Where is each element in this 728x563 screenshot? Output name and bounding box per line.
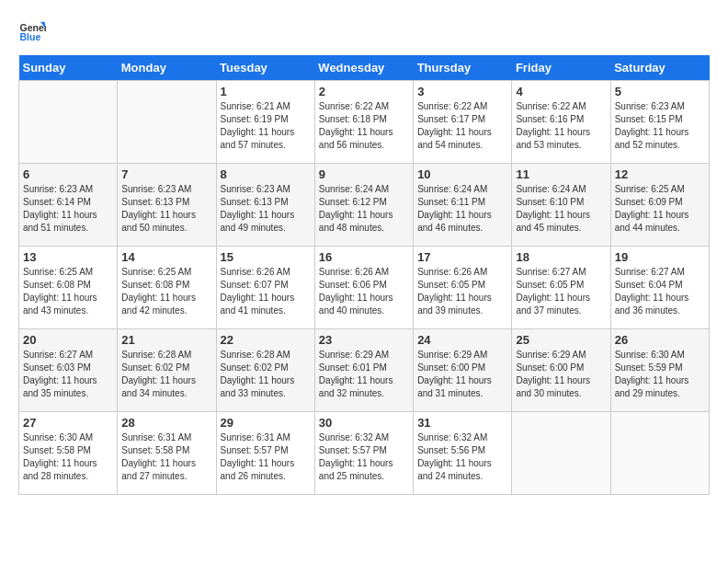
- calendar-table: SundayMondayTuesdayWednesdayThursdayFrid…: [18, 55, 710, 495]
- week-row-1: 1Sunrise: 6:21 AM Sunset: 6:19 PM Daylig…: [19, 81, 710, 164]
- day-cell: 7Sunrise: 6:23 AM Sunset: 6:13 PM Daylig…: [118, 164, 216, 247]
- day-info: Sunrise: 6:22 AM Sunset: 6:16 PM Dayligh…: [516, 100, 606, 152]
- day-number: 10: [417, 167, 507, 181]
- week-row-5: 27Sunrise: 6:30 AM Sunset: 5:58 PM Dayli…: [19, 412, 710, 495]
- day-info: Sunrise: 6:27 AM Sunset: 6:05 PM Dayligh…: [516, 266, 606, 317]
- day-info: Sunrise: 6:29 AM Sunset: 6:01 PM Dayligh…: [319, 349, 409, 400]
- day-info: Sunrise: 6:23 AM Sunset: 6:14 PM Dayligh…: [23, 183, 113, 235]
- day-info: Sunrise: 6:29 AM Sunset: 6:00 PM Dayligh…: [516, 349, 606, 400]
- day-cell: 19Sunrise: 6:27 AM Sunset: 6:04 PM Dayli…: [610, 247, 709, 329]
- day-cell: [512, 412, 610, 495]
- day-header-thursday: Thursday: [414, 55, 512, 81]
- day-cell: 1Sunrise: 6:21 AM Sunset: 6:19 PM Daylig…: [216, 81, 314, 164]
- week-row-4: 20Sunrise: 6:27 AM Sunset: 6:03 PM Dayli…: [19, 329, 710, 412]
- day-number: 15: [221, 250, 311, 264]
- day-number: 9: [319, 167, 409, 181]
- day-info: Sunrise: 6:26 AM Sunset: 6:05 PM Dayligh…: [417, 266, 507, 317]
- day-info: Sunrise: 6:25 AM Sunset: 6:08 PM Dayligh…: [23, 266, 113, 317]
- day-cell: 22Sunrise: 6:28 AM Sunset: 6:02 PM Dayli…: [216, 329, 314, 412]
- day-cell: 27Sunrise: 6:30 AM Sunset: 5:58 PM Dayli…: [19, 412, 118, 495]
- day-cell: 5Sunrise: 6:23 AM Sunset: 6:15 PM Daylig…: [610, 81, 709, 164]
- day-info: Sunrise: 6:22 AM Sunset: 6:17 PM Dayligh…: [417, 100, 507, 152]
- day-cell: 28Sunrise: 6:31 AM Sunset: 5:58 PM Dayli…: [118, 412, 216, 495]
- day-number: 2: [319, 85, 409, 98]
- day-info: Sunrise: 6:23 AM Sunset: 6:15 PM Dayligh…: [615, 100, 705, 152]
- day-info: Sunrise: 6:28 AM Sunset: 6:02 PM Dayligh…: [221, 349, 311, 400]
- day-info: Sunrise: 6:25 AM Sunset: 6:09 PM Dayligh…: [615, 183, 705, 235]
- day-cell: 23Sunrise: 6:29 AM Sunset: 6:01 PM Dayli…: [314, 329, 413, 412]
- day-cell: [19, 81, 118, 164]
- logo-icon: General Blue: [18, 18, 46, 46]
- day-info: Sunrise: 6:28 AM Sunset: 6:02 PM Dayligh…: [121, 349, 211, 400]
- day-number: 26: [615, 333, 705, 347]
- day-cell: 26Sunrise: 6:30 AM Sunset: 5:59 PM Dayli…: [610, 329, 709, 412]
- day-number: 18: [516, 250, 606, 264]
- day-number: 11: [516, 167, 606, 181]
- day-header-monday: Monday: [118, 55, 216, 81]
- day-header-saturday: Saturday: [610, 55, 709, 81]
- day-info: Sunrise: 6:24 AM Sunset: 6:10 PM Dayligh…: [516, 183, 606, 235]
- day-cell: 8Sunrise: 6:23 AM Sunset: 6:13 PM Daylig…: [216, 164, 314, 247]
- day-number: 27: [23, 416, 113, 430]
- day-number: 25: [516, 333, 606, 347]
- day-number: 17: [417, 250, 507, 264]
- day-cell: 16Sunrise: 6:26 AM Sunset: 6:06 PM Dayli…: [314, 247, 413, 329]
- day-cell: 18Sunrise: 6:27 AM Sunset: 6:05 PM Dayli…: [512, 247, 610, 329]
- day-info: Sunrise: 6:27 AM Sunset: 6:03 PM Dayligh…: [23, 349, 113, 400]
- day-number: 8: [221, 167, 311, 181]
- day-cell: 25Sunrise: 6:29 AM Sunset: 6:00 PM Dayli…: [512, 329, 610, 412]
- day-headers-row: SundayMondayTuesdayWednesdayThursdayFrid…: [19, 55, 710, 81]
- week-row-3: 13Sunrise: 6:25 AM Sunset: 6:08 PM Dayli…: [19, 247, 710, 329]
- day-cell: 31Sunrise: 6:32 AM Sunset: 5:56 PM Dayli…: [414, 412, 512, 495]
- day-info: Sunrise: 6:23 AM Sunset: 6:13 PM Dayligh…: [221, 183, 311, 235]
- day-number: 30: [319, 416, 409, 430]
- day-info: Sunrise: 6:31 AM Sunset: 5:57 PM Dayligh…: [221, 431, 311, 483]
- day-number: 28: [121, 416, 211, 430]
- day-cell: [118, 81, 216, 164]
- day-cell: 17Sunrise: 6:26 AM Sunset: 6:05 PM Dayli…: [414, 247, 512, 329]
- day-number: 16: [319, 250, 409, 264]
- day-number: 21: [121, 333, 211, 347]
- day-info: Sunrise: 6:23 AM Sunset: 6:13 PM Dayligh…: [121, 183, 211, 235]
- day-cell: 20Sunrise: 6:27 AM Sunset: 6:03 PM Dayli…: [19, 329, 118, 412]
- day-number: 13: [23, 250, 113, 264]
- day-info: Sunrise: 6:32 AM Sunset: 5:56 PM Dayligh…: [417, 431, 507, 483]
- day-cell: 30Sunrise: 6:32 AM Sunset: 5:57 PM Dayli…: [314, 412, 413, 495]
- logo: General Blue: [18, 18, 46, 46]
- day-cell: [610, 412, 709, 495]
- day-number: 6: [23, 167, 113, 181]
- day-number: 7: [121, 167, 211, 181]
- day-number: 31: [417, 416, 507, 430]
- day-header-sunday: Sunday: [19, 55, 118, 81]
- day-info: Sunrise: 6:22 AM Sunset: 6:18 PM Dayligh…: [319, 100, 409, 152]
- day-info: Sunrise: 6:30 AM Sunset: 5:58 PM Dayligh…: [23, 431, 113, 483]
- week-row-2: 6Sunrise: 6:23 AM Sunset: 6:14 PM Daylig…: [19, 164, 710, 247]
- day-cell: 14Sunrise: 6:25 AM Sunset: 6:08 PM Dayli…: [118, 247, 216, 329]
- day-info: Sunrise: 6:29 AM Sunset: 6:00 PM Dayligh…: [417, 349, 507, 400]
- day-info: Sunrise: 6:31 AM Sunset: 5:58 PM Dayligh…: [121, 431, 211, 483]
- day-number: 24: [417, 333, 507, 347]
- day-number: 14: [121, 250, 211, 264]
- day-cell: 3Sunrise: 6:22 AM Sunset: 6:17 PM Daylig…: [414, 81, 512, 164]
- day-number: 22: [221, 333, 311, 347]
- day-info: Sunrise: 6:26 AM Sunset: 6:06 PM Dayligh…: [319, 266, 409, 317]
- svg-text:Blue: Blue: [20, 31, 41, 42]
- day-cell: 6Sunrise: 6:23 AM Sunset: 6:14 PM Daylig…: [19, 164, 118, 247]
- day-info: Sunrise: 6:27 AM Sunset: 6:04 PM Dayligh…: [615, 266, 705, 317]
- day-cell: 11Sunrise: 6:24 AM Sunset: 6:10 PM Dayli…: [512, 164, 610, 247]
- day-header-tuesday: Tuesday: [216, 55, 314, 81]
- day-cell: 13Sunrise: 6:25 AM Sunset: 6:08 PM Dayli…: [19, 247, 118, 329]
- day-number: 1: [221, 85, 311, 98]
- day-cell: 9Sunrise: 6:24 AM Sunset: 6:12 PM Daylig…: [314, 164, 413, 247]
- day-number: 12: [615, 167, 705, 181]
- day-info: Sunrise: 6:25 AM Sunset: 6:08 PM Dayligh…: [121, 266, 211, 317]
- day-info: Sunrise: 6:21 AM Sunset: 6:19 PM Dayligh…: [221, 100, 311, 152]
- day-number: 19: [615, 250, 705, 264]
- day-cell: 10Sunrise: 6:24 AM Sunset: 6:11 PM Dayli…: [414, 164, 512, 247]
- day-header-wednesday: Wednesday: [314, 55, 413, 81]
- day-number: 23: [319, 333, 409, 347]
- day-number: 3: [417, 85, 507, 98]
- day-number: 5: [615, 85, 705, 98]
- page-header: General Blue: [18, 18, 710, 46]
- day-info: Sunrise: 6:24 AM Sunset: 6:11 PM Dayligh…: [417, 183, 507, 235]
